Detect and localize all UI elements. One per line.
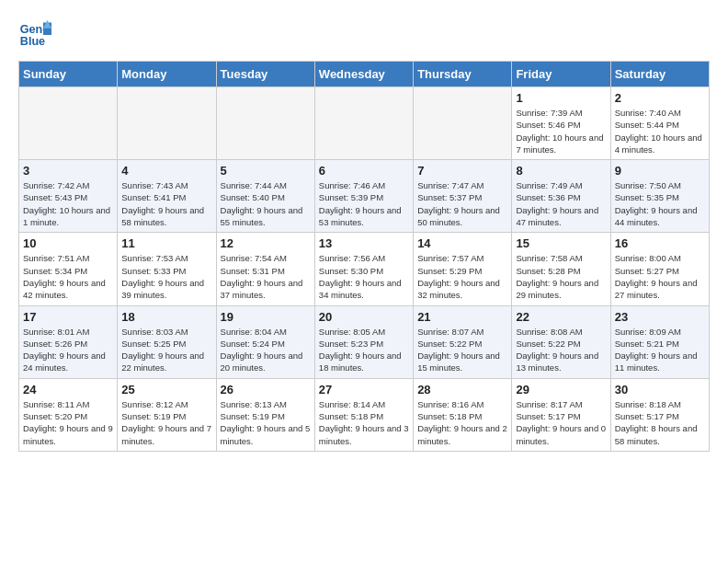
calendar-day-cell: 25Sunrise: 8:12 AM Sunset: 5:19 PM Dayli… bbox=[118, 378, 216, 451]
calendar-day-cell bbox=[414, 87, 512, 160]
calendar-day-cell: 29Sunrise: 8:17 AM Sunset: 5:17 PM Dayli… bbox=[512, 378, 610, 451]
day-number: 8 bbox=[516, 164, 606, 178]
day-info: Sunrise: 7:43 AM Sunset: 5:41 PM Dayligh… bbox=[121, 179, 211, 228]
day-info: Sunrise: 8:09 AM Sunset: 5:21 PM Dayligh… bbox=[615, 326, 705, 374]
calendar-week-row: 17Sunrise: 8:01 AM Sunset: 5:26 PM Dayli… bbox=[19, 305, 710, 378]
calendar-day-cell: 11Sunrise: 7:53 AM Sunset: 5:33 PM Dayli… bbox=[118, 233, 216, 305]
calendar-day-cell: 10Sunrise: 7:51 AM Sunset: 5:34 PM Dayli… bbox=[19, 233, 118, 305]
calendar-day-cell: 24Sunrise: 8:11 AM Sunset: 5:20 PM Dayli… bbox=[19, 378, 118, 451]
day-number: 22 bbox=[516, 310, 606, 324]
calendar-day-cell: 14Sunrise: 7:57 AM Sunset: 5:29 PM Dayli… bbox=[414, 233, 512, 305]
calendar-day-cell: 18Sunrise: 8:03 AM Sunset: 5:25 PM Dayli… bbox=[118, 305, 216, 378]
calendar-day-cell: 8Sunrise: 7:49 AM Sunset: 5:36 PM Daylig… bbox=[512, 160, 610, 233]
calendar-day-cell: 6Sunrise: 7:46 AM Sunset: 5:39 PM Daylig… bbox=[314, 160, 413, 233]
day-number: 20 bbox=[319, 310, 409, 324]
day-info: Sunrise: 7:47 AM Sunset: 5:37 PM Dayligh… bbox=[417, 179, 507, 228]
day-number: 21 bbox=[417, 310, 507, 324]
calendar-day-cell: 13Sunrise: 7:56 AM Sunset: 5:30 PM Dayli… bbox=[314, 233, 413, 305]
day-info: Sunrise: 7:51 AM Sunset: 5:34 PM Dayligh… bbox=[23, 252, 113, 301]
day-number: 15 bbox=[516, 236, 606, 250]
calendar-day-cell bbox=[314, 87, 413, 160]
day-info: Sunrise: 8:16 AM Sunset: 5:18 PM Dayligh… bbox=[417, 398, 507, 447]
day-number: 30 bbox=[615, 383, 705, 396]
day-info: Sunrise: 8:17 AM Sunset: 5:17 PM Dayligh… bbox=[516, 398, 606, 447]
day-number: 27 bbox=[319, 383, 409, 396]
day-number: 17 bbox=[23, 310, 113, 324]
day-info: Sunrise: 7:54 AM Sunset: 5:31 PM Dayligh… bbox=[221, 252, 311, 301]
calendar-day-cell: 27Sunrise: 8:14 AM Sunset: 5:18 PM Dayli… bbox=[314, 378, 413, 451]
calendar-week-row: 1Sunrise: 7:39 AM Sunset: 5:46 PM Daylig… bbox=[19, 87, 710, 160]
calendar-day-cell: 7Sunrise: 7:47 AM Sunset: 5:37 PM Daylig… bbox=[414, 160, 512, 233]
day-info: Sunrise: 7:50 AM Sunset: 5:35 PM Dayligh… bbox=[615, 179, 705, 228]
calendar-day-cell: 1Sunrise: 7:39 AM Sunset: 5:46 PM Daylig… bbox=[512, 87, 610, 160]
day-info: Sunrise: 8:00 AM Sunset: 5:27 PM Dayligh… bbox=[615, 252, 705, 301]
calendar-header-row: SundayMondayTuesdayWednesdayThursdayFrid… bbox=[19, 62, 710, 87]
day-info: Sunrise: 7:42 AM Sunset: 5:43 PM Dayligh… bbox=[23, 179, 113, 228]
day-info: Sunrise: 8:04 AM Sunset: 5:24 PM Dayligh… bbox=[221, 326, 311, 374]
day-number: 25 bbox=[121, 383, 211, 396]
day-number: 11 bbox=[121, 236, 211, 250]
day-number: 4 bbox=[121, 164, 211, 178]
calendar-header-cell: Thursday bbox=[414, 62, 512, 87]
day-number: 23 bbox=[615, 310, 705, 324]
calendar-day-cell: 17Sunrise: 8:01 AM Sunset: 5:26 PM Dayli… bbox=[19, 305, 118, 378]
calendar: SundayMondayTuesdayWednesdayThursdayFrid… bbox=[18, 61, 710, 452]
day-info: Sunrise: 8:12 AM Sunset: 5:19 PM Dayligh… bbox=[121, 398, 211, 447]
day-info: Sunrise: 8:14 AM Sunset: 5:18 PM Dayligh… bbox=[319, 398, 409, 447]
day-info: Sunrise: 8:08 AM Sunset: 5:22 PM Dayligh… bbox=[516, 326, 606, 374]
day-info: Sunrise: 8:05 AM Sunset: 5:23 PM Dayligh… bbox=[319, 326, 409, 374]
calendar-header-cell: Sunday bbox=[19, 62, 118, 87]
calendar-day-cell: 2Sunrise: 7:40 AM Sunset: 5:44 PM Daylig… bbox=[610, 87, 709, 160]
calendar-day-cell: 26Sunrise: 8:13 AM Sunset: 5:19 PM Dayli… bbox=[216, 378, 314, 451]
day-info: Sunrise: 7:53 AM Sunset: 5:33 PM Dayligh… bbox=[121, 252, 211, 301]
day-number: 26 bbox=[221, 383, 311, 396]
calendar-header-cell: Wednesday bbox=[314, 62, 413, 87]
calendar-week-row: 24Sunrise: 8:11 AM Sunset: 5:20 PM Dayli… bbox=[19, 378, 710, 451]
calendar-body: 1Sunrise: 7:39 AM Sunset: 5:46 PM Daylig… bbox=[19, 87, 710, 452]
day-number: 18 bbox=[121, 310, 211, 324]
day-info: Sunrise: 8:11 AM Sunset: 5:20 PM Dayligh… bbox=[23, 398, 113, 447]
header: General Blue bbox=[18, 18, 710, 52]
day-number: 13 bbox=[319, 236, 409, 250]
day-number: 3 bbox=[23, 164, 113, 178]
day-info: Sunrise: 8:07 AM Sunset: 5:22 PM Dayligh… bbox=[417, 326, 507, 374]
calendar-week-row: 3Sunrise: 7:42 AM Sunset: 5:43 PM Daylig… bbox=[19, 160, 710, 233]
day-number: 6 bbox=[319, 164, 409, 178]
day-info: Sunrise: 8:01 AM Sunset: 5:26 PM Dayligh… bbox=[23, 326, 113, 374]
calendar-header-cell: Tuesday bbox=[216, 62, 314, 87]
calendar-day-cell: 19Sunrise: 8:04 AM Sunset: 5:24 PM Dayli… bbox=[216, 305, 314, 378]
calendar-day-cell: 21Sunrise: 8:07 AM Sunset: 5:22 PM Dayli… bbox=[414, 305, 512, 378]
calendar-day-cell bbox=[216, 87, 314, 160]
calendar-week-row: 10Sunrise: 7:51 AM Sunset: 5:34 PM Dayli… bbox=[19, 233, 710, 305]
day-number: 7 bbox=[417, 164, 507, 178]
calendar-day-cell: 12Sunrise: 7:54 AM Sunset: 5:31 PM Dayli… bbox=[216, 233, 314, 305]
day-info: Sunrise: 8:03 AM Sunset: 5:25 PM Dayligh… bbox=[121, 326, 211, 374]
calendar-day-cell: 4Sunrise: 7:43 AM Sunset: 5:41 PM Daylig… bbox=[118, 160, 216, 233]
calendar-day-cell: 9Sunrise: 7:50 AM Sunset: 5:35 PM Daylig… bbox=[610, 160, 709, 233]
calendar-day-cell: 3Sunrise: 7:42 AM Sunset: 5:43 PM Daylig… bbox=[19, 160, 118, 233]
calendar-header-cell: Monday bbox=[118, 62, 216, 87]
day-number: 1 bbox=[516, 91, 606, 105]
day-info: Sunrise: 7:39 AM Sunset: 5:46 PM Dayligh… bbox=[516, 107, 606, 155]
day-info: Sunrise: 8:13 AM Sunset: 5:19 PM Dayligh… bbox=[221, 398, 311, 447]
calendar-day-cell: 30Sunrise: 8:18 AM Sunset: 5:17 PM Dayli… bbox=[610, 378, 709, 451]
day-info: Sunrise: 7:40 AM Sunset: 5:44 PM Dayligh… bbox=[615, 107, 705, 155]
calendar-header-cell: Friday bbox=[512, 62, 610, 87]
calendar-day-cell bbox=[19, 87, 118, 160]
day-number: 19 bbox=[221, 310, 311, 324]
day-info: Sunrise: 7:44 AM Sunset: 5:40 PM Dayligh… bbox=[221, 179, 311, 228]
calendar-day-cell: 23Sunrise: 8:09 AM Sunset: 5:21 PM Dayli… bbox=[610, 305, 709, 378]
day-number: 9 bbox=[615, 164, 705, 178]
day-number: 2 bbox=[615, 91, 705, 105]
day-number: 5 bbox=[221, 164, 311, 178]
calendar-day-cell: 22Sunrise: 8:08 AM Sunset: 5:22 PM Dayli… bbox=[512, 305, 610, 378]
day-number: 12 bbox=[221, 236, 311, 250]
day-number: 14 bbox=[417, 236, 507, 250]
calendar-day-cell: 20Sunrise: 8:05 AM Sunset: 5:23 PM Dayli… bbox=[314, 305, 413, 378]
calendar-day-cell bbox=[118, 87, 216, 160]
day-number: 24 bbox=[23, 383, 113, 396]
calendar-day-cell: 28Sunrise: 8:16 AM Sunset: 5:18 PM Dayli… bbox=[414, 378, 512, 451]
logo: General Blue bbox=[18, 18, 51, 52]
day-number: 28 bbox=[417, 383, 507, 396]
day-info: Sunrise: 7:57 AM Sunset: 5:29 PM Dayligh… bbox=[417, 252, 507, 301]
